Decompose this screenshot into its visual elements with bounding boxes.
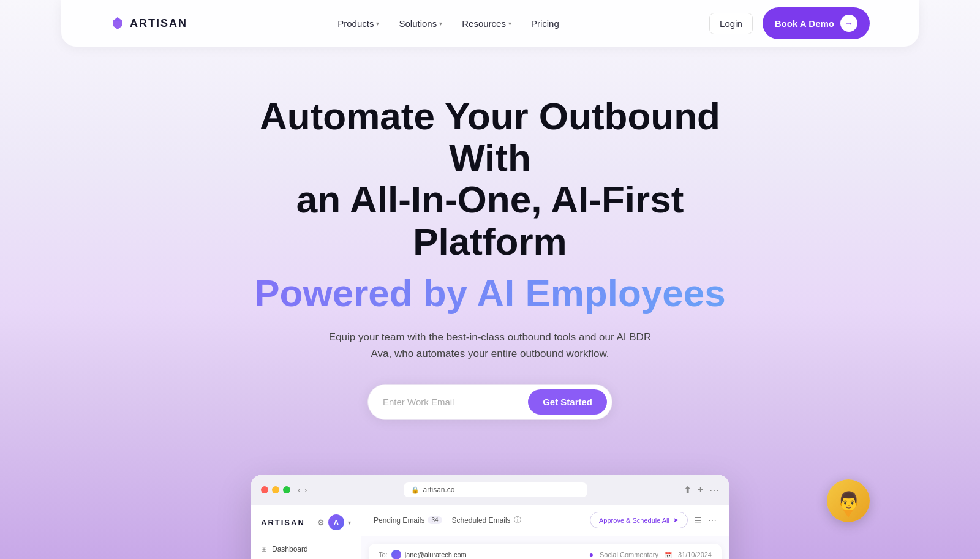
email-input[interactable] bbox=[383, 397, 528, 407]
nav-links: Products ▾ Solutions ▾ Resources ▾ Prici… bbox=[337, 18, 559, 29]
gear-icon[interactable]: ⚙ bbox=[317, 518, 325, 527]
chevron-icon: ▾ bbox=[348, 519, 351, 526]
chat-indicator bbox=[843, 510, 853, 517]
logo: ARTISAN bbox=[110, 16, 187, 31]
minimize-dot bbox=[272, 486, 279, 493]
nav-resources[interactable]: Resources ▾ bbox=[462, 18, 511, 29]
recipient-email: jane@aluratech.com bbox=[405, 551, 467, 558]
navbar: ARTISAN Products ▾ Solutions ▾ Resources… bbox=[61, 0, 919, 47]
hero-description: Equip your team with the best-in-class o… bbox=[325, 329, 655, 362]
sidebar-item-dashboard[interactable]: ⊞ Dashboard bbox=[251, 540, 361, 558]
app-main: Pending Emails 34 Scheduled Emails ⓘ App… bbox=[361, 505, 729, 559]
maximize-dot bbox=[283, 486, 290, 493]
avatar[interactable]: A bbox=[328, 514, 344, 530]
browser-window: ‹ › 🔒 artisan.co ⬆ + ⋯ bbox=[251, 475, 729, 559]
chevron-down-icon: ▾ bbox=[439, 20, 442, 27]
more-options-icon[interactable]: ⋯ bbox=[708, 516, 717, 525]
browser-action-buttons: ⬆ + ⋯ bbox=[684, 484, 719, 496]
app-content: ARTISAN ⚙ A ▾ ⊞ Dashboard 💬 Chat With bbox=[251, 505, 729, 559]
app-top-bar: Pending Emails 34 Scheduled Emails ⓘ App… bbox=[361, 505, 729, 536]
lock-icon: 🔒 bbox=[411, 486, 420, 494]
chat-avatar[interactable]: 👨 bbox=[827, 479, 870, 522]
nav-actions: Login Book A Demo → bbox=[709, 7, 870, 39]
close-dot bbox=[261, 486, 268, 493]
hero-title: Automate Your Outbound With an All-In-On… bbox=[251, 96, 729, 263]
info-icon: ⓘ bbox=[514, 515, 521, 525]
back-icon: ‹ bbox=[298, 485, 301, 495]
email-date: 31/10/2024 bbox=[678, 551, 712, 558]
nav-solutions[interactable]: Solutions ▾ bbox=[399, 18, 442, 29]
nav-products[interactable]: Products ▾ bbox=[337, 18, 379, 29]
logo-text: ARTISAN bbox=[130, 17, 187, 30]
browser-dots bbox=[261, 486, 290, 493]
add-tab-icon: + bbox=[698, 484, 703, 496]
logo-icon bbox=[110, 16, 125, 31]
hero-section: Automate Your Outbound With an All-In-On… bbox=[0, 47, 980, 445]
email-to-row: To: jane@aluratech.com bbox=[379, 550, 467, 559]
grid-icon: ⊞ bbox=[261, 545, 267, 553]
top-bar-actions: Approve & Schedule All ➤ ☰ ⋯ bbox=[590, 512, 717, 528]
chevron-down-icon: ▾ bbox=[508, 20, 511, 27]
app-logo: ARTISAN bbox=[261, 518, 305, 527]
tab-pending-emails[interactable]: Pending Emails 34 bbox=[374, 516, 442, 525]
calendar-icon: 📅 bbox=[665, 552, 672, 558]
arrow-right-icon: → bbox=[840, 15, 858, 32]
share-icon: ⬆ bbox=[684, 484, 692, 496]
send-icon: ➤ bbox=[673, 516, 679, 524]
approve-schedule-button[interactable]: Approve & Schedule All ➤ bbox=[590, 512, 688, 528]
browser-bar: ‹ › 🔒 artisan.co ⬆ + ⋯ bbox=[251, 475, 729, 505]
app-sidebar: ARTISAN ⚙ A ▾ ⊞ Dashboard 💬 Chat With bbox=[251, 505, 361, 559]
login-button[interactable]: Login bbox=[709, 13, 753, 34]
email-card-header: To: jane@aluratech.com ● Social Commenta… bbox=[369, 544, 722, 559]
tag-icon: ● bbox=[589, 550, 594, 559]
filter-icon[interactable]: ☰ bbox=[694, 516, 702, 525]
more-icon: ⋯ bbox=[709, 484, 719, 496]
browser-nav-buttons: ‹ › bbox=[298, 485, 307, 495]
book-demo-button[interactable]: Book A Demo → bbox=[763, 7, 870, 39]
email-card: To: jane@aluratech.com ● Social Commenta… bbox=[369, 544, 722, 559]
forward-icon: › bbox=[304, 485, 307, 495]
tab-scheduled-emails[interactable]: Scheduled Emails ⓘ bbox=[452, 515, 521, 525]
get-started-button[interactable]: Get Started bbox=[528, 389, 607, 415]
chevron-down-icon: ▾ bbox=[376, 20, 379, 27]
email-meta: ● Social Commentary 📅 31/10/2024 bbox=[589, 550, 712, 559]
nav-pricing[interactable]: Pricing bbox=[531, 18, 559, 29]
email-tag: Social Commentary bbox=[600, 551, 658, 558]
sidebar-icons: ⚙ A ▾ bbox=[317, 514, 351, 530]
address-bar[interactable]: 🔒 artisan.co bbox=[404, 482, 587, 497]
recipient-avatar bbox=[391, 550, 401, 559]
hero-subtitle: Powered by AI Employees bbox=[12, 272, 968, 314]
to-label: To: bbox=[379, 551, 388, 558]
email-form: Get Started bbox=[368, 384, 612, 420]
app-logo-row: ARTISAN ⚙ A ▾ bbox=[251, 514, 361, 540]
app-screenshot: ‹ › 🔒 artisan.co ⬆ + ⋯ bbox=[239, 475, 741, 559]
